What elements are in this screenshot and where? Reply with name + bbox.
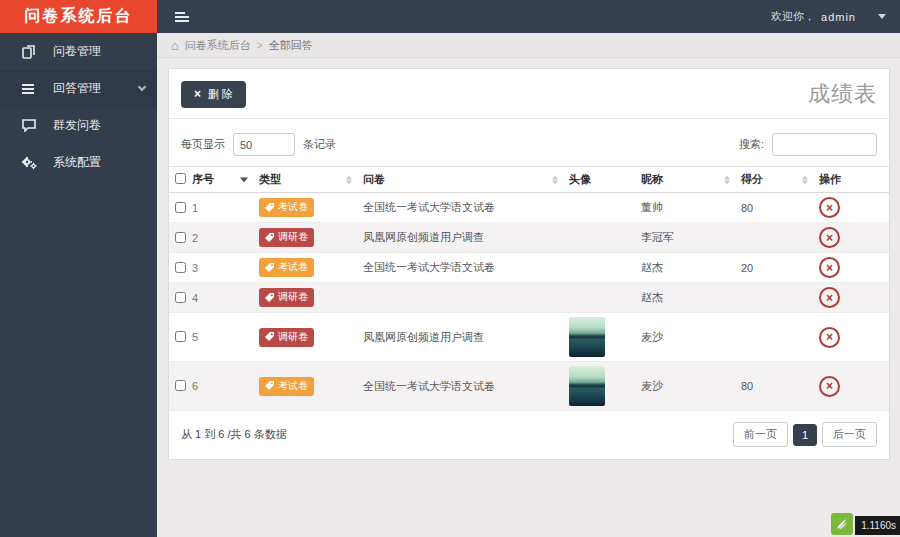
column-header[interactable]: 类型 xyxy=(253,167,357,193)
column-header-label: 问卷 xyxy=(363,173,385,185)
nickname: 赵杰 xyxy=(635,283,735,313)
type-badge-label: 调研卷 xyxy=(278,230,308,244)
app-window: 问卷系统后台 欢迎你， admin 问卷管理 回答管理 xyxy=(0,0,900,537)
score xyxy=(735,223,813,253)
select-all-checkbox[interactable] xyxy=(175,173,186,184)
table-header-row: 序号类型问卷头像昵称得分操作 xyxy=(169,167,889,193)
tag-icon xyxy=(265,263,274,272)
type-badge: 调研卷 xyxy=(259,288,314,307)
column-header[interactable]: 问卷 xyxy=(357,167,563,193)
debug-badge: 1.1160s xyxy=(831,513,900,535)
row-index: 6 xyxy=(192,380,198,392)
page-length-label-suffix: 条记录 xyxy=(303,137,336,152)
table-row: 1考试卷全国统一考试大学语文试卷董帅80× xyxy=(169,193,889,223)
row-index: 5 xyxy=(192,331,198,343)
survey-name: 全国统一考试大学语文试卷 xyxy=(357,193,563,223)
column-header[interactable]: 昵称 xyxy=(635,167,735,193)
table-body: 1考试卷全国统一考试大学语文试卷董帅80×2调研卷凤凰网原创频道用户调查李冠军×… xyxy=(169,193,889,411)
user-menu[interactable]: 欢迎你， admin xyxy=(771,9,886,24)
delete-row-button[interactable]: × xyxy=(819,287,840,308)
type-badge-label: 考试卷 xyxy=(278,260,308,274)
column-header-label: 操作 xyxy=(819,173,841,185)
sidebar-item-label: 问卷管理 xyxy=(53,43,145,60)
type-badge-label: 考试卷 xyxy=(278,200,308,214)
row-checkbox[interactable] xyxy=(175,331,186,342)
column-header-label: 昵称 xyxy=(641,173,663,185)
survey-name: 凤凰网原创频道用户调查 xyxy=(357,313,563,362)
type-badge: 考试卷 xyxy=(259,377,314,396)
pagination: 前一页 1 后一页 xyxy=(733,422,877,447)
table-row: 6考试卷全国统一考试大学语文试卷麦沙80× xyxy=(169,362,889,411)
survey-name xyxy=(357,283,563,313)
search-label: 搜索: xyxy=(739,137,764,152)
home-icon: ⌂ xyxy=(171,39,179,52)
column-header-label: 头像 xyxy=(569,173,591,185)
chevron-down-icon xyxy=(138,83,146,91)
row-index: 1 xyxy=(192,202,198,214)
breadcrumb-current: 全部回答 xyxy=(269,38,313,53)
column-header-label: 得分 xyxy=(741,173,763,185)
score xyxy=(735,313,813,362)
page-length-input[interactable] xyxy=(233,133,295,156)
avatar xyxy=(569,317,605,357)
type-badge: 考试卷 xyxy=(259,258,314,277)
delete-button-label: 删 除 xyxy=(208,87,233,102)
tag-icon xyxy=(265,332,274,341)
delete-row-button[interactable]: × xyxy=(819,257,840,278)
delete-row-button[interactable]: × xyxy=(819,227,840,248)
tag-icon xyxy=(265,293,274,302)
avatar xyxy=(569,366,605,406)
prev-page-button[interactable]: 前一页 xyxy=(733,422,788,447)
sidebar-item-label: 回答管理 xyxy=(53,80,139,97)
score: 80 xyxy=(735,362,813,411)
page-number-button[interactable]: 1 xyxy=(793,424,817,446)
delete-row-button[interactable]: × xyxy=(819,197,840,218)
x-icon: × xyxy=(194,88,201,100)
copy-icon xyxy=(22,45,38,59)
type-badge: 调研卷 xyxy=(259,228,314,247)
survey-name: 全国统一考试大学语文试卷 xyxy=(357,253,563,283)
sort-icon xyxy=(802,175,808,184)
list-icon xyxy=(22,82,38,96)
row-checkbox[interactable] xyxy=(175,292,186,303)
nickname: 麦沙 xyxy=(635,362,735,411)
score: 20 xyxy=(735,253,813,283)
sidebar-item-survey-management[interactable]: 问卷管理 xyxy=(0,33,157,70)
delete-row-button[interactable]: × xyxy=(819,376,840,397)
row-checkbox[interactable] xyxy=(175,380,186,391)
nickname: 董帅 xyxy=(635,193,735,223)
app-logo[interactable]: 问卷系统后台 xyxy=(0,0,157,33)
sidebar: 问卷管理 回答管理 群发问卷 系统配置 xyxy=(0,33,157,537)
chevron-down-icon xyxy=(878,14,886,19)
sort-icon xyxy=(724,175,730,184)
results-panel: × 删 除 成绩表 每页显示 条记录 搜索: 序号类型问卷头像昵称得分操作 1考… xyxy=(168,68,890,460)
topbar: 问卷系统后台 欢迎你， admin xyxy=(0,0,900,33)
delete-selected-button[interactable]: × 删 除 xyxy=(181,81,246,108)
row-checkbox[interactable] xyxy=(175,202,186,213)
sidebar-toggle-icon[interactable] xyxy=(171,8,193,26)
column-header-label: 类型 xyxy=(259,173,281,185)
next-page-button[interactable]: 后一页 xyxy=(822,422,877,447)
column-header-label: 序号 xyxy=(192,173,214,185)
breadcrumb-root[interactable]: 问卷系统后台 xyxy=(185,38,251,53)
score: 80 xyxy=(735,193,813,223)
row-checkbox[interactable] xyxy=(175,232,186,243)
exec-time-tooltip: 1.1160s xyxy=(855,516,900,535)
results-table: 序号类型问卷头像昵称得分操作 1考试卷全国统一考试大学语文试卷董帅80×2调研卷… xyxy=(169,166,889,411)
type-badge: 考试卷 xyxy=(259,198,314,217)
row-checkbox[interactable] xyxy=(175,262,186,273)
sidebar-item-broadcast-survey[interactable]: 群发问卷 xyxy=(0,107,157,144)
sidebar-item-system-config[interactable]: 系统配置 xyxy=(0,144,157,181)
column-header[interactable]: 序号 xyxy=(169,167,253,193)
comment-icon xyxy=(22,119,38,133)
row-index: 4 xyxy=(192,292,198,304)
delete-row-button[interactable]: × xyxy=(819,327,840,348)
tag-icon xyxy=(265,233,274,242)
table-row: 5调研卷凤凰网原创频道用户调查麦沙× xyxy=(169,313,889,362)
sidebar-item-answer-management[interactable]: 回答管理 xyxy=(0,70,157,107)
survey-name: 全国统一考试大学语文试卷 xyxy=(357,362,563,411)
column-header[interactable]: 得分 xyxy=(735,167,813,193)
table-info-text: 从 1 到 6 /共 6 条数据 xyxy=(181,427,287,442)
search-input[interactable] xyxy=(772,133,877,156)
thinkphp-logo-icon[interactable] xyxy=(831,513,853,535)
